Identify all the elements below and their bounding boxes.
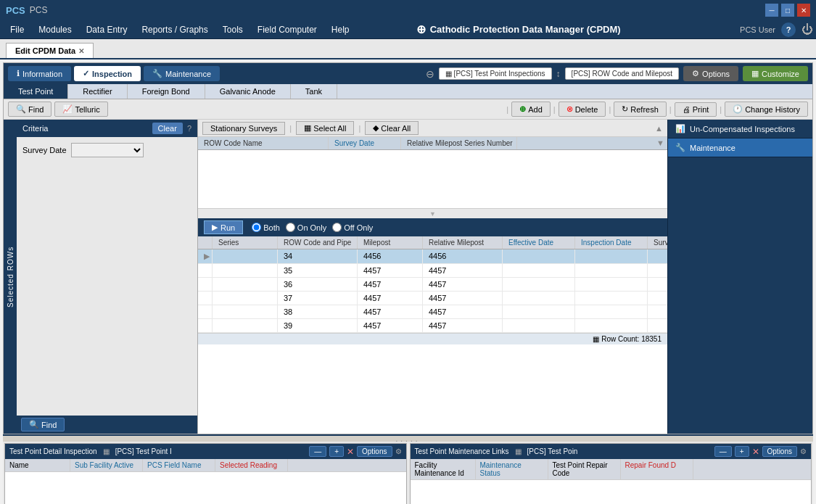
bottom-content: Test Point Detail Inspection ▦ [PCS] Tes… <box>3 442 813 504</box>
select-all-button[interactable]: ▦ Select All <box>296 121 354 135</box>
source-badge-row[interactable]: [PCS] ROW Code and Milepost <box>565 67 680 80</box>
tab-information-label: Information <box>22 70 62 78</box>
run-button[interactable]: ▶ Run <box>204 220 243 234</box>
select-all-label: Select All <box>313 124 346 133</box>
scroll-up-icon[interactable]: ▲ <box>655 124 663 133</box>
menu-file[interactable]: File <box>3 23 31 36</box>
help-icon[interactable]: ? <box>781 22 796 37</box>
bottom-left-options[interactable]: Options <box>357 446 392 457</box>
radio-on-only[interactable]: On Only <box>286 223 326 232</box>
table-row[interactable]: 3944574457 <box>198 319 667 333</box>
bottom-drag-handle[interactable]: ..... <box>3 436 813 442</box>
menu-field-computer[interactable]: Field Computer <box>250 23 324 36</box>
radio-both-input[interactable] <box>252 223 261 232</box>
options-button[interactable]: ⚙ Options <box>683 66 738 81</box>
col-survey-date[interactable]: Survey Date <box>329 137 401 149</box>
minimize-button[interactable]: ─ <box>765 4 778 17</box>
refresh-icon: ↻ <box>622 104 628 114</box>
table-cell <box>213 264 278 277</box>
customize-button[interactable]: ▦ Customize <box>743 66 808 81</box>
menu-reports-graphs[interactable]: Reports / Graphs <box>134 23 215 36</box>
col-milepost: Milepost <box>358 236 423 249</box>
bottom-right-minus[interactable]: — <box>714 446 732 457</box>
sub-tab-galvanic-anode[interactable]: Galvanic Anode <box>205 84 291 99</box>
bottom-right-options[interactable]: Options <box>762 446 797 457</box>
bottom-right-add[interactable]: + <box>735 446 749 457</box>
survey-date-select[interactable] <box>71 143 144 157</box>
tab-maintenance[interactable]: 🔧 Maintenance <box>144 66 220 81</box>
survey-grid-header: ROW Code Name Survey Date Relative Milep… <box>198 137 667 150</box>
selected-rows-label[interactable]: Selected ROWs <box>4 120 17 434</box>
tab-close-icon[interactable]: ✕ <box>78 47 84 55</box>
diamond-icon: ◆ <box>373 123 379 133</box>
survey-date-label: Survey Date <box>22 146 67 154</box>
table-cell <box>198 305 213 318</box>
table-cell <box>575 278 648 291</box>
gear-icon: ⚙ <box>692 69 699 78</box>
sub-tab-foreign-bond[interactable]: Foreign Bond <box>128 84 205 99</box>
table-cell: 4457 <box>423 264 503 277</box>
sub-tab-testpoint[interactable]: Test Point <box>4 84 68 99</box>
table-cell: 4457 <box>358 278 423 291</box>
table-cell <box>648 305 667 318</box>
menu-tools[interactable]: Tools <box>215 23 250 36</box>
sep4: | <box>669 105 672 114</box>
bottom-left-minus[interactable]: — <box>309 446 326 457</box>
radio-both[interactable]: Both <box>252 223 280 232</box>
right-panel-item-1[interactable]: 🔧Maintenance <box>668 139 812 157</box>
col-rel-milepost: Relative Milepost Series Number <box>401 137 517 149</box>
bottom-panel-left: Test Point Detail Inspection ▦ [PCS] Tes… <box>4 443 407 504</box>
table-row[interactable]: 3744574457 <box>198 292 667 305</box>
radio-off-only-input[interactable] <box>332 223 342 232</box>
change-history-button[interactable]: 🕐 Change History <box>725 102 808 117</box>
sub-tab-tank[interactable]: Tank <box>291 84 337 99</box>
criteria-help-icon[interactable]: ? <box>187 124 191 133</box>
find-button[interactable]: 🔍 Find <box>8 102 51 117</box>
menu-modules[interactable]: Modules <box>31 23 78 36</box>
bottom-panel-left-header: Test Point Detail Inspection ▦ [PCS] Tes… <box>5 444 406 459</box>
criteria-find-button[interactable]: 🔍 Find <box>21 418 65 431</box>
tab-information[interactable]: ℹ Information <box>8 66 71 81</box>
clear-button[interactable]: Clear <box>152 123 183 134</box>
minus-circle-icon[interactable]: ⊖ <box>426 68 434 80</box>
source-badge-testpoint[interactable]: ▦ [PCS] Test Point Inspections <box>439 67 552 80</box>
table-row[interactable]: 3844574457 <box>198 305 667 319</box>
table-row[interactable]: 3544574457 <box>198 264 667 278</box>
col-effective-date[interactable]: Effective Date <box>503 236 575 249</box>
close-button[interactable]: ✕ <box>797 4 810 17</box>
right-panel-item-0[interactable]: 📊Un-Compensated Inspections <box>668 120 812 139</box>
sep3: | <box>609 105 611 114</box>
table-cell <box>648 264 667 277</box>
col-inspection-date[interactable]: Inspection Date <box>575 236 648 249</box>
telluric-button[interactable]: 📈 Telluric <box>54 102 107 117</box>
bottom-left-add[interactable]: + <box>329 446 344 457</box>
radio-off-only[interactable]: Off Only <box>332 223 373 232</box>
data-grid[interactable]: Series ROW Code and Pipe Milepost Relati… <box>198 236 667 434</box>
add-button[interactable]: ⊕ Add <box>511 102 551 117</box>
bottom-left-close[interactable]: ✕ <box>347 447 354 457</box>
table-row[interactable]: ▶3444564456 <box>198 249 667 264</box>
bottom-right-gear-icon[interactable]: ⚙ <box>800 447 807 455</box>
stationary-surveys-button[interactable]: Stationary Surveys <box>202 122 285 135</box>
bottom-left-gear-icon[interactable]: ⚙ <box>395 447 402 455</box>
col-expand <box>198 236 213 249</box>
bottom-right-table-icon: ▦ <box>515 447 522 455</box>
logout-icon[interactable]: ⏻ <box>801 23 813 36</box>
history-icon: 🕐 <box>733 104 743 114</box>
right-panel-icon: 🔧 <box>675 143 685 152</box>
table-row[interactable]: 3644574457 <box>198 278 667 292</box>
refresh-button[interactable]: ↻ Refresh <box>614 102 667 117</box>
table-cell <box>648 249 667 263</box>
maximize-button[interactable]: □ <box>781 4 794 17</box>
delete-button[interactable]: ⊗ Delete <box>559 102 606 117</box>
bottom-right-close[interactable]: ✕ <box>752 447 759 457</box>
menu-help[interactable]: Help <box>324 23 357 36</box>
scroll-right-icon[interactable]: ▼ <box>654 137 667 149</box>
sub-tab-rectifier[interactable]: Rectifier <box>68 84 127 99</box>
menu-data-entry[interactable]: Data Entry <box>79 23 135 36</box>
print-button[interactable]: 🖨 Print <box>675 102 717 117</box>
clear-all-button[interactable]: ◆ Clear All <box>365 121 419 135</box>
tab-edit-cpdm[interactable]: Edit CPDM Data ✕ <box>6 43 94 58</box>
radio-on-only-input[interactable] <box>286 223 295 232</box>
tab-inspection[interactable]: ✓ Inspection <box>74 66 141 81</box>
